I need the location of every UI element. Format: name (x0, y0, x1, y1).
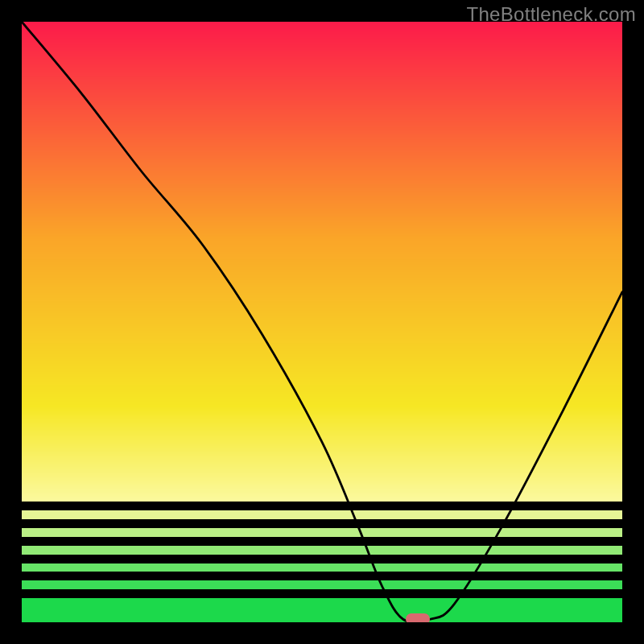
optimum-marker (406, 613, 430, 622)
bottleneck-curve (22, 22, 622, 622)
chart-stage: TheBottleneck.com (0, 0, 644, 644)
plot-area (22, 22, 622, 622)
watermark-text: TheBottleneck.com (466, 3, 636, 26)
